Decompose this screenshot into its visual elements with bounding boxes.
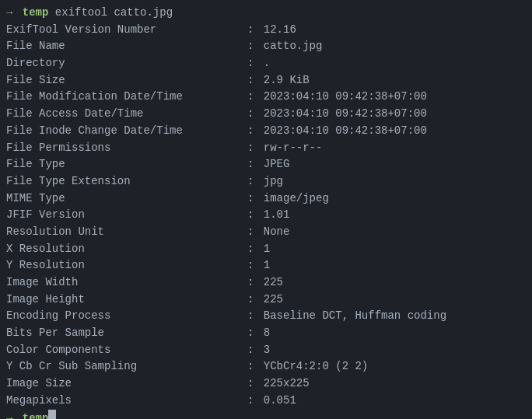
- row-colon: :: [247, 358, 261, 375]
- row-value: 225: [264, 274, 283, 292]
- row-colon: :: [247, 55, 261, 72]
- row-key: File Modification Date/Time: [6, 89, 247, 106]
- row-value: 2023:04:10 09:42:38+07:00: [264, 123, 427, 140]
- row-value: Baseline DCT, Huffman coding: [264, 308, 446, 325]
- row-colon: :: [247, 257, 261, 274]
- row-value: image/jpeg: [264, 190, 329, 208]
- row-colon: :: [247, 156, 261, 173]
- table-row: Megapixels: 0.051: [6, 393, 526, 410]
- table-row: File Size: 2.9 KiB: [6, 72, 526, 89]
- table-row: Y Cb Cr Sub Sampling: YCbCr4:2:0 (2 2): [6, 358, 526, 375]
- row-key: File Type Extension: [6, 173, 247, 190]
- row-value: JPEG: [264, 156, 290, 173]
- row-key: Image Size: [6, 375, 247, 393]
- row-value: 0.051: [264, 393, 296, 410]
- row-value: 225x225: [264, 375, 310, 393]
- table-row: File Access Date/Time: 2023:04:10 09:42:…: [6, 106, 526, 123]
- row-value: YCbCr4:2:0 (2 2): [264, 358, 368, 375]
- row-key: Y Resolution: [6, 257, 247, 274]
- row-key: Image Height: [6, 292, 247, 309]
- row-value: rw-r--r--: [264, 140, 323, 157]
- row-key: File Inode Change Date/Time: [6, 123, 247, 140]
- row-colon: :: [247, 38, 261, 55]
- row-colon: :: [247, 106, 261, 123]
- row-colon: :: [247, 342, 261, 359]
- prompt-cmd-1: exiftool catto.jpg: [48, 5, 173, 22]
- row-key: X Resolution: [6, 241, 247, 258]
- terminal: → temp exiftool catto.jpg ExifTool Versi…: [0, 0, 532, 419]
- row-colon: :: [247, 308, 261, 325]
- row-value: 12.16: [264, 22, 296, 39]
- row-key: Color Components: [6, 342, 247, 359]
- row-colon: :: [247, 207, 261, 224]
- prompt-line-2: → temp: [6, 410, 526, 420]
- row-colon: :: [247, 224, 261, 241]
- table-row: Encoding Process: Baseline DCT, Huffman …: [6, 308, 526, 325]
- row-key: File Access Date/Time: [6, 106, 247, 123]
- table-row: Bits Per Sample: 8: [6, 325, 526, 342]
- row-value: 225: [264, 292, 283, 309]
- table-row: Image Width: 225: [6, 274, 526, 292]
- row-colon: :: [247, 123, 261, 140]
- row-key: Directory: [6, 55, 247, 72]
- table-row: Y Resolution: 1: [6, 257, 526, 274]
- table-row: File Modification Date/Time: 2023:04:10 …: [6, 89, 526, 106]
- row-colon: :: [247, 241, 261, 258]
- table-row: File Permissions: rw-r--r--: [6, 140, 526, 157]
- row-key: MIME Type: [6, 190, 247, 208]
- row-key: JFIF Version: [6, 207, 247, 224]
- row-key: File Type: [6, 156, 247, 173]
- table-row: Image Size: 225x225: [6, 375, 526, 393]
- row-key: File Permissions: [6, 140, 247, 157]
- row-value: .: [264, 55, 270, 72]
- table-row: File Name: catto.jpg: [6, 38, 526, 55]
- row-key: Image Width: [6, 274, 247, 292]
- row-value: 2.9 KiB: [264, 72, 310, 89]
- table-row: MIME Type: image/jpeg: [6, 190, 526, 208]
- table-row: JFIF Version: 1.01: [6, 207, 526, 224]
- row-colon: :: [247, 393, 261, 410]
- row-colon: :: [247, 89, 261, 106]
- row-colon: :: [247, 190, 261, 208]
- table-row: File Type: JPEG: [6, 156, 526, 173]
- row-value: 2023:04:10 09:42:38+07:00: [264, 89, 427, 106]
- row-colon: :: [247, 72, 261, 89]
- row-colon: :: [247, 274, 261, 292]
- row-colon: :: [247, 375, 261, 393]
- row-key: Y Cb Cr Sub Sampling: [6, 358, 247, 375]
- row-colon: :: [247, 173, 261, 190]
- row-key: Bits Per Sample: [6, 325, 247, 342]
- output-rows: ExifTool Version Number: 12.16File Name:…: [6, 22, 526, 410]
- prompt-arrow-2: →: [6, 410, 12, 420]
- row-colon: :: [247, 22, 261, 39]
- row-value: 3: [264, 342, 270, 359]
- row-colon: :: [247, 325, 261, 342]
- row-key: Megapixels: [6, 393, 247, 410]
- cursor: [48, 410, 56, 420]
- table-row: X Resolution: 1: [6, 241, 526, 258]
- row-value: 2023:04:10 09:42:38+07:00: [264, 106, 427, 123]
- row-key: File Name: [6, 38, 247, 55]
- row-colon: :: [247, 140, 261, 157]
- prompt-line-1: → temp exiftool catto.jpg: [6, 5, 526, 22]
- table-row: File Inode Change Date/Time: 2023:04:10 …: [6, 123, 526, 140]
- row-value: 1: [264, 241, 270, 258]
- table-row: Directory: .: [6, 55, 526, 72]
- row-key: Resolution Unit: [6, 224, 247, 241]
- prompt-dir-1: temp: [16, 5, 48, 22]
- prompt-dir-2: temp: [16, 410, 48, 420]
- row-value: jpg: [264, 173, 283, 190]
- table-row: Image Height: 225: [6, 292, 526, 309]
- row-value: catto.jpg: [264, 38, 323, 55]
- prompt-arrow-1: →: [6, 5, 12, 22]
- row-key: File Size: [6, 72, 247, 89]
- row-key: ExifTool Version Number: [6, 22, 247, 39]
- row-key: Encoding Process: [6, 308, 247, 325]
- row-value: None: [264, 224, 290, 241]
- table-row: Color Components: 3: [6, 342, 526, 359]
- row-colon: :: [247, 292, 261, 309]
- row-value: 1: [264, 257, 270, 274]
- row-value: 1.01: [264, 207, 290, 224]
- table-row: ExifTool Version Number: 12.16: [6, 22, 526, 39]
- table-row: Resolution Unit: None: [6, 224, 526, 241]
